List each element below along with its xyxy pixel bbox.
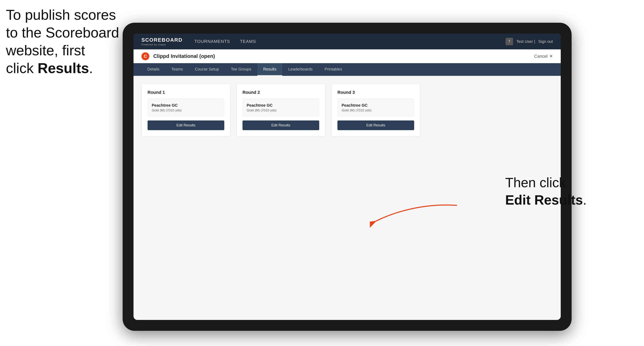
tab-printables[interactable]: Printables — [319, 63, 348, 76]
round-1-course-card: Peachtree GC Gold (M) (7010 yds) — [148, 99, 224, 117]
round-3-course-name: Peachtree GC — [342, 103, 410, 108]
round-3-card: Round 3 Peachtree GC Gold (M) (7010 yds)… — [331, 84, 420, 136]
round-3-title: Round 3 — [338, 90, 414, 95]
signout-link[interactable]: Sign out — [538, 39, 553, 44]
cancel-button[interactable]: Cancel ✕ — [534, 54, 553, 59]
tab-results[interactable]: Results — [257, 63, 282, 76]
round-3-course-card: Peachtree GC Gold (M) (7010 yds) — [338, 99, 414, 117]
nav-teams[interactable]: TEAMS — [240, 39, 256, 44]
tab-teams[interactable]: Teams — [165, 63, 189, 76]
tournament-name: Clippd Invitational (open) — [153, 53, 534, 59]
user-label: Test User | — [516, 39, 535, 44]
edit-results-button-1[interactable]: Edit Results — [148, 121, 224, 130]
instruction-left: To publish scores to the Scoreboard webs… — [6, 6, 119, 77]
round-1-course-name: Peachtree GC — [152, 103, 220, 108]
round-2-course-detail: Gold (M) (7010 yds) — [247, 108, 315, 112]
logo-sub: Powered by clippd — [142, 43, 182, 46]
round-1-card: Round 1 Peachtree GC Gold (M) (7010 yds)… — [142, 84, 230, 136]
logo-area: SCOREBOARD Powered by clippd — [142, 37, 182, 46]
round-2-title: Round 2 — [242, 90, 319, 95]
nav-right: T Test User | Sign out — [506, 38, 553, 45]
tab-course-setup[interactable]: Course Setup — [189, 63, 225, 76]
round-1-title: Round 1 — [148, 90, 224, 95]
edit-results-button-3[interactable]: Edit Results — [338, 121, 414, 130]
edit-results-button-2[interactable]: Edit Results — [242, 121, 319, 130]
main-content: Round 1 Peachtree GC Gold (M) (7010 yds)… — [134, 76, 561, 320]
round-2-course-card: Peachtree GC Gold (M) (7010 yds) — [242, 99, 319, 117]
nav-links: TOURNAMENTS TEAMS — [194, 39, 506, 44]
user-avatar: T — [506, 38, 513, 45]
tournament-header: C Clippd Invitational (open) Cancel ✕ — [134, 49, 561, 63]
tournament-icon: C — [142, 52, 149, 60]
logo-text: SCOREBOARD — [142, 37, 182, 43]
top-nav: SCOREBOARD Powered by clippd TOURNAMENTS… — [134, 33, 561, 49]
rounds-container: Round 1 Peachtree GC Gold (M) (7010 yds)… — [142, 84, 553, 136]
round-3-course-detail: Gold (M) (7010 yds) — [342, 108, 410, 112]
nav-tournaments[interactable]: TOURNAMENTS — [194, 39, 230, 44]
tab-details[interactable]: Details — [142, 63, 165, 76]
tablet-screen: SCOREBOARD Powered by clippd TOURNAMENTS… — [134, 33, 561, 320]
round-2-card: Round 2 Peachtree GC Gold (M) (7010 yds)… — [236, 84, 325, 136]
round-1-course-detail: Gold (M) (7010 yds) — [152, 108, 220, 112]
tablet-frame: SCOREBOARD Powered by clippd TOURNAMENTS… — [123, 23, 572, 331]
tab-tee-groups[interactable]: Tee Groups — [225, 63, 257, 76]
sub-nav: Details Teams Course Setup Tee Groups Re… — [134, 63, 561, 76]
round-2-course-name: Peachtree GC — [247, 103, 315, 108]
close-icon: ✕ — [549, 54, 553, 59]
instruction-right: Then click Edit Results. — [505, 174, 587, 209]
tab-leaderboards[interactable]: Leaderboards — [282, 63, 318, 76]
